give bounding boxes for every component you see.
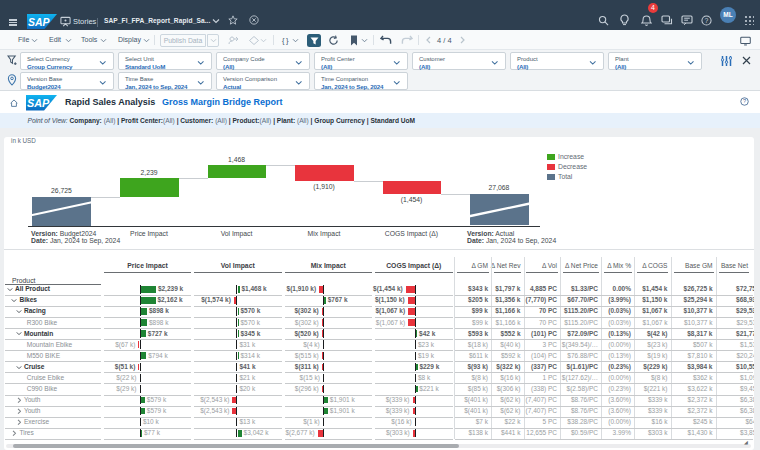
svg-text:SAP: SAP (27, 97, 50, 109)
svg-text:?: ? (743, 98, 746, 104)
svg-text:SAP: SAP (28, 16, 51, 28)
svg-text:?: ? (705, 17, 709, 24)
